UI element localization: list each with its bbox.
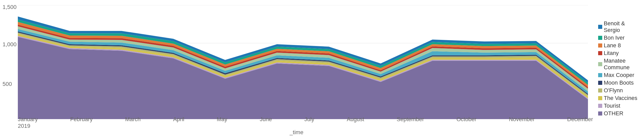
x-label-dec: December [567, 116, 593, 129]
legend-label-other: OTHER [604, 110, 623, 117]
chart-container: 1,500 1,000 500 [0, 0, 644, 137]
x-label-jan: January2019 [18, 116, 38, 129]
legend-item-vaccines: The Vaccines [598, 95, 639, 101]
legend-color-litany [598, 51, 602, 55]
legend-item-boniver: Bon Iver [598, 35, 639, 41]
legend-label-litany: Litany [604, 50, 619, 56]
x-label-oct: October [457, 116, 476, 129]
x-label-nov: November [509, 116, 535, 129]
legend-label-lane8: Lane 8 [604, 42, 621, 49]
x-label-mar: March [125, 116, 141, 129]
x-label-may: May [217, 116, 227, 129]
legend: Benoit & Sergio Bon Iver Lane 8 Litany M… [593, 0, 644, 137]
legend-item-tourist: Tourist [598, 102, 639, 109]
legend-label-vaccines: The Vaccines [604, 95, 637, 101]
y-axis-label-500: 500 [3, 81, 12, 87]
legend-item-moonboots: Moon Boots [598, 79, 639, 86]
x-label-feb: February [70, 116, 93, 129]
legend-item-benoitsergio: Benoit & Sergio [598, 20, 639, 33]
legend-color-moonboots [598, 81, 602, 85]
legend-color-manateecommune [598, 62, 602, 66]
legend-item-oflynn: O'Flynn [598, 87, 639, 94]
y-axis-label-1500: 1,500 [3, 4, 17, 10]
legend-color-tourist [598, 104, 602, 108]
x-axis-labels: January2019 February March April May Jun… [18, 116, 593, 129]
legend-color-benoitsergio [598, 25, 602, 29]
legend-label-oflynn: O'Flynn [604, 87, 623, 94]
x-label-apr: April [173, 116, 184, 129]
x-label-jul: July [304, 116, 314, 129]
legend-label-moonboots: Moon Boots [604, 79, 634, 86]
chart-area: 1,500 1,000 500 [0, 0, 593, 137]
legend-color-lane8 [598, 43, 602, 48]
legend-color-other [598, 111, 602, 116]
x-label-jun: June [260, 116, 272, 129]
legend-label-manateecommune: Manatee Commune [604, 58, 639, 71]
x-axis-title: _time [290, 129, 303, 136]
x-label-aug: August [347, 116, 364, 129]
legend-color-boniver [598, 36, 602, 40]
legend-item-lane8: Lane 8 [598, 42, 639, 49]
x-label-sep: September [397, 116, 424, 129]
legend-color-vaccines [598, 96, 602, 100]
legend-color-oflynn [598, 88, 602, 93]
legend-label-benoitsergio: Benoit & Sergio [604, 20, 639, 33]
y-axis-label-1000: 1,000 [3, 41, 17, 48]
legend-item-other: OTHER [598, 110, 639, 117]
legend-label-maxcooper: Max Cooper [604, 72, 634, 78]
legend-label-tourist: Tourist [604, 102, 620, 109]
legend-item-litany: Litany [598, 50, 639, 56]
legend-item-maxcooper: Max Cooper [598, 72, 639, 78]
area-chart [18, 5, 588, 119]
legend-label-boniver: Bon Iver [604, 35, 625, 41]
legend-color-maxcooper [598, 73, 602, 77]
legend-item-manateecommune: Manatee Commune [598, 58, 639, 71]
